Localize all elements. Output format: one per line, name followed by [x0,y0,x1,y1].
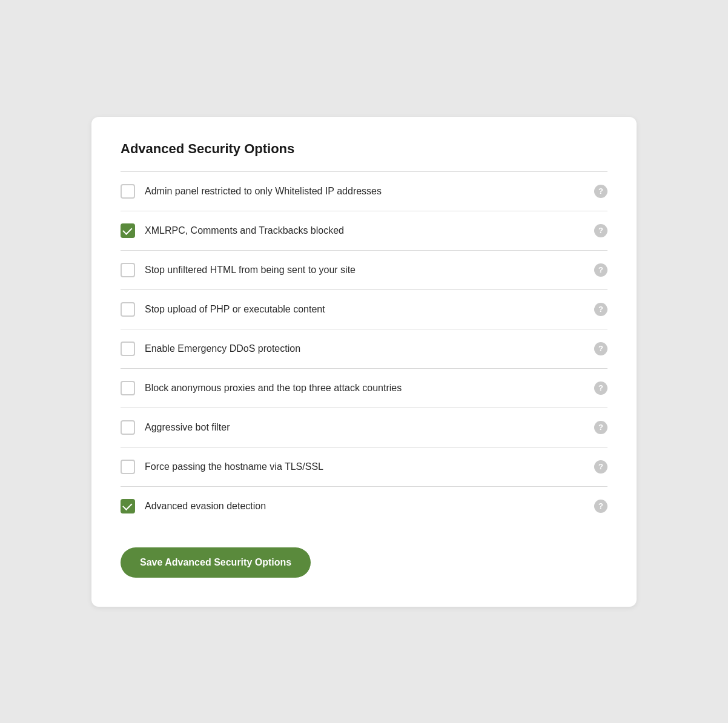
option-label-4: Stop upload of PHP or executable content [145,304,325,315]
option-item: Block anonymous proxies and the top thre… [121,368,607,408]
option-label-5: Enable Emergency DDoS protection [145,343,300,354]
checkbox-6[interactable] [121,381,135,395]
checkbox-8[interactable] [121,460,135,474]
option-item: Enable Emergency DDoS protection? [121,329,607,368]
option-item: Advanced evasion detection? [121,486,607,526]
checkbox-4[interactable] [121,302,135,317]
checkbox-1[interactable] [121,184,135,199]
option-left: Stop upload of PHP or executable content [121,302,587,317]
option-item: XMLRPC, Comments and Trackbacks blocked? [121,211,607,250]
checkbox-3[interactable] [121,263,135,277]
option-item: Force passing the hostname via TLS/SSL? [121,447,607,486]
option-item: Stop upload of PHP or executable content… [121,289,607,329]
help-icon-9[interactable]: ? [594,500,607,513]
option-label-6: Block anonymous proxies and the top thre… [145,383,402,394]
help-icon-8[interactable]: ? [594,460,607,474]
option-left: Advanced evasion detection [121,499,587,513]
help-icon-7[interactable]: ? [594,421,607,434]
advanced-security-card: Advanced Security Options Admin panel re… [91,117,637,607]
option-left: XMLRPC, Comments and Trackbacks blocked [121,223,587,238]
checkbox-7[interactable] [121,420,135,435]
option-label-3: Stop unfiltered HTML from being sent to … [145,265,356,276]
options-list: Admin panel restricted to only Whitelist… [121,171,607,526]
checkbox-2[interactable] [121,223,135,238]
option-item: Stop unfiltered HTML from being sent to … [121,250,607,289]
help-icon-5[interactable]: ? [594,342,607,355]
checkbox-5[interactable] [121,342,135,356]
page-title: Advanced Security Options [121,141,607,157]
option-label-2: XMLRPC, Comments and Trackbacks blocked [145,225,344,236]
option-left: Block anonymous proxies and the top thre… [121,381,587,395]
help-icon-1[interactable]: ? [594,185,607,198]
checkbox-9[interactable] [121,499,135,513]
help-icon-3[interactable]: ? [594,263,607,277]
option-left: Admin panel restricted to only Whitelist… [121,184,587,199]
option-left: Aggressive bot filter [121,420,587,435]
option-item: Admin panel restricted to only Whitelist… [121,171,607,211]
help-icon-6[interactable]: ? [594,381,607,395]
option-label-1: Admin panel restricted to only Whitelist… [145,186,382,197]
help-icon-2[interactable]: ? [594,224,607,237]
option-label-7: Aggressive bot filter [145,422,230,433]
option-label-8: Force passing the hostname via TLS/SSL [145,461,323,472]
option-label-9: Advanced evasion detection [145,501,266,512]
save-button[interactable]: Save Advanced Security Options [121,547,311,578]
option-left: Enable Emergency DDoS protection [121,342,587,356]
option-left: Stop unfiltered HTML from being sent to … [121,263,587,277]
help-icon-4[interactable]: ? [594,303,607,316]
option-left: Force passing the hostname via TLS/SSL [121,460,587,474]
option-item: Aggressive bot filter? [121,408,607,447]
